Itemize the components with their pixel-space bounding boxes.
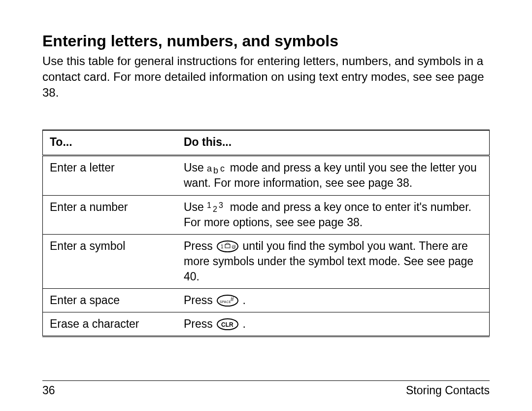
do-text-pre: Use (184, 201, 207, 213)
to-cell: Enter a symbol (43, 234, 177, 288)
svg-text:1: 1 (221, 244, 224, 249)
do-text-post: mode and press a key until you see the l… (184, 161, 477, 189)
do-text-pre: Press (184, 317, 216, 330)
section-name: Storing Contacts (406, 384, 490, 397)
svg-text:2: 2 (213, 205, 217, 213)
svg-text:@: @ (232, 244, 236, 249)
do-cell: Use 123 mode and press a key once to ent… (177, 195, 490, 234)
table-header-do: Do this... (177, 130, 490, 156)
to-cell: Enter a number (43, 195, 177, 234)
page-heading: Entering letters, numbers, and symbols (42, 32, 490, 50)
do-text-pre: Use (184, 161, 207, 174)
key-space-icon: SPACE# (217, 294, 238, 307)
svg-text:b: b (213, 166, 218, 175)
table-row: Erase a character Press CLR . (43, 312, 490, 336)
do-text-post: . (239, 317, 246, 330)
table-row: Enter a number Use 123 mode and press a … (43, 195, 490, 234)
to-cell: Enter a letter (43, 156, 177, 195)
key-clr-icon: CLR (217, 318, 238, 331)
do-text-pre: Press (184, 240, 216, 252)
123-mode-icon: 123 (207, 201, 227, 214)
do-text-pre: Press (184, 294, 216, 307)
svg-text:#: # (231, 296, 234, 303)
table-row: Enter a space Press SPACE# . (43, 288, 490, 312)
svg-text:3: 3 (219, 201, 223, 209)
instructions-table: To... Do this... Enter a letter Use abc … (42, 130, 490, 337)
table-row: Enter a symbol Press 1@ until you find t… (43, 234, 490, 288)
do-cell: Press CLR . (177, 312, 490, 336)
svg-text:a: a (207, 164, 212, 173)
svg-text:SPACE: SPACE (220, 300, 231, 304)
page-number: 36 (42, 384, 55, 397)
key-1-icon: 1@ (217, 240, 238, 253)
do-text-post: . (239, 294, 246, 307)
svg-text:1: 1 (207, 201, 211, 209)
to-cell: Erase a character (43, 312, 177, 336)
do-cell: Press 1@ until you find the symbol you w… (177, 234, 490, 288)
page-footer: 36 Storing Contacts (42, 380, 490, 397)
do-text-post: mode and press a key once to enter it's … (184, 201, 471, 229)
svg-rect-8 (225, 244, 230, 248)
svg-text:CLR: CLR (221, 321, 233, 328)
svg-text:c: c (220, 164, 225, 173)
table-header-to: To... (43, 130, 177, 156)
abc-mode-icon: abc (207, 162, 227, 175)
table-row: Enter a letter Use abc mode and press a … (43, 156, 490, 195)
intro-paragraph: Use this table for general instructions … (42, 53, 490, 100)
do-cell: Use abc mode and press a key until you s… (177, 156, 490, 195)
page: Entering letters, numbers, and symbols U… (0, 0, 532, 411)
do-cell: Press SPACE# . (177, 288, 490, 312)
to-cell: Enter a space (43, 288, 177, 312)
